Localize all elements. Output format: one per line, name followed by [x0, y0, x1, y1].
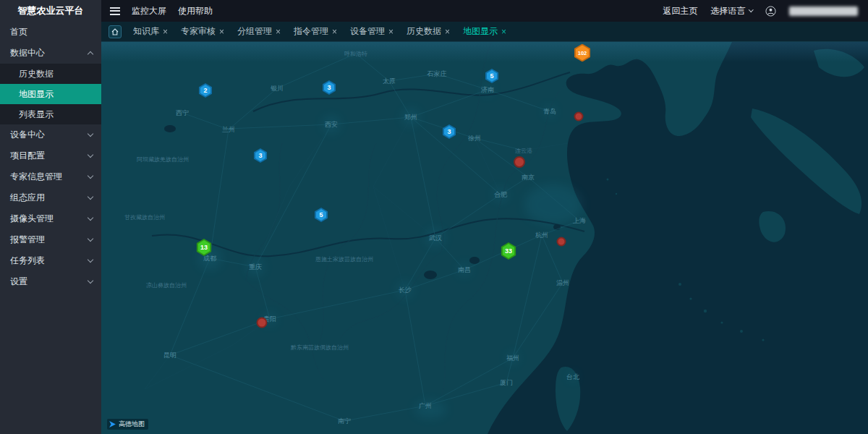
sidebar-item-label: 组态应用 [10, 192, 45, 204]
chevron-down-icon [88, 173, 93, 179]
chevron-down-icon [749, 7, 753, 12]
tab-label: 历史数据 [407, 25, 441, 38]
cluster-count-label: 3 [324, 82, 334, 93]
map-cluster-marker[interactable]: 3 [323, 80, 336, 95]
sidebar-item-0[interactable]: 首页 [0, 22, 101, 43]
tab-2[interactable]: 分组管理× [237, 25, 281, 38]
cluster-count-label: 102 [576, 46, 589, 61]
cluster-count-label: 5 [487, 70, 497, 82]
tab-close-icon[interactable]: × [445, 27, 450, 36]
map-cluster-marker[interactable]: 13 [197, 239, 212, 256]
map-cluster-marker[interactable]: 102 [574, 44, 590, 62]
sidebar-item-label: 首页 [10, 26, 27, 38]
sidebar-subitem-1-2[interactable]: 列表显示 [0, 104, 101, 124]
map-attribution: 高德地图 [107, 419, 148, 430]
map-cluster-marker[interactable]: 2 [199, 83, 212, 98]
sidebar-menu: 首页数据中心历史数据地图显示列表显示设备中心项目配置专家信息管理组态应用摄像头管… [0, 22, 101, 434]
top-link-0[interactable]: 监控大屏 [132, 5, 166, 17]
sidebar-item-label: 项目配置 [10, 150, 45, 162]
sidebar-item-4[interactable]: 专家信息管理 [0, 166, 101, 187]
tab-bar: 知识库×专家审核×分组管理×指令管理×设备管理×历史数据×地图显示× [101, 22, 868, 42]
sidebar-item-label: 专家信息管理 [10, 171, 62, 183]
map-cluster-marker[interactable]: 5 [315, 208, 328, 222]
sidebar-item-label: 设备中心 [10, 129, 45, 141]
app-root: 智慧农业云平台 首页数据中心历史数据地图显示列表显示设备中心项目配置专家信息管理… [0, 0, 868, 434]
chevron-down-icon [88, 194, 93, 200]
main-column: 监控大屏使用帮助 返回主页 选择语言 [101, 0, 868, 434]
map-cluster-marker[interactable]: 5 [485, 69, 498, 83]
sidebar-subitem-1-0[interactable]: 历史数据 [0, 64, 101, 84]
tab-close-icon[interactable]: × [501, 27, 506, 36]
map-cluster-marker[interactable]: 3 [443, 124, 456, 139]
map-container[interactable]: 呼和浩特银川太原石家庄济南青岛西宁兰州西安郑州徐州连云港南京合肥上海杭州武汉南昌… [101, 42, 868, 434]
tab-close-icon[interactable]: × [332, 27, 337, 36]
open-tabs: 知识库×专家审核×分组管理×指令管理×设备管理×历史数据×地图显示× [133, 25, 506, 38]
sidebar-item-2[interactable]: 设备中心 [0, 124, 101, 145]
sidebar-item-label: 摄像头管理 [10, 213, 54, 225]
sidebar-item-5[interactable]: 组态应用 [0, 187, 101, 208]
sidebar-item-label: 数据中心 [10, 47, 45, 59]
chevron-down-icon [88, 257, 93, 263]
home-tab[interactable] [109, 25, 122, 38]
sidebar-item-label: 报警管理 [10, 234, 45, 246]
sidebar-item-6[interactable]: 摄像头管理 [0, 208, 101, 229]
tab-close-icon[interactable]: × [388, 27, 393, 36]
amap-logo-icon [109, 420, 116, 428]
user-avatar-icon[interactable] [765, 6, 776, 17]
sidebar: 智慧农业云平台 首页数据中心历史数据地图显示列表显示设备中心项目配置专家信息管理… [0, 0, 101, 434]
sidebar-item-7[interactable]: 报警管理 [0, 229, 101, 250]
cluster-count-label: 3 [255, 150, 265, 161]
chevron-up-icon [88, 51, 93, 57]
cluster-count-label: 2 [200, 85, 210, 96]
tab-label: 地图显示 [463, 25, 498, 38]
top-link-1[interactable]: 使用帮助 [178, 5, 213, 17]
sidebar-item-8[interactable]: 任务列表 [0, 250, 101, 271]
tab-close-icon[interactable]: × [276, 27, 281, 36]
map-cluster-marker[interactable]: 33 [501, 242, 516, 260]
map-point-marker[interactable] [574, 112, 584, 122]
map-attribution-text: 高德地图 [119, 420, 145, 429]
tab-4[interactable]: 设备管理× [350, 25, 393, 38]
sidebar-subitem-1-1[interactable]: 地图显示 [0, 84, 101, 104]
collapse-sidebar-icon[interactable] [110, 7, 120, 15]
tab-1[interactable]: 专家审核× [181, 25, 224, 38]
app-title: 智慧农业云平台 [0, 0, 101, 22]
cluster-count-label: 5 [316, 209, 326, 221]
chevron-down-icon [88, 131, 93, 137]
tab-label: 指令管理 [294, 25, 328, 38]
chevron-down-icon [88, 278, 93, 284]
sidebar-item-label: 设置 [10, 276, 27, 288]
tab-close-icon[interactable]: × [163, 27, 168, 36]
chevron-down-icon [88, 152, 93, 158]
cluster-count-label: 3 [444, 126, 454, 137]
language-select-label: 选择语言 [711, 5, 746, 17]
sidebar-item-label: 任务列表 [10, 255, 45, 267]
tab-6[interactable]: 地图显示× [463, 25, 506, 38]
tab-3[interactable]: 指令管理× [294, 25, 337, 38]
sidebar-item-1[interactable]: 数据中心 [0, 43, 101, 64]
tab-label: 设备管理 [350, 25, 385, 38]
map-point-marker[interactable] [557, 237, 566, 247]
tab-0[interactable]: 知识库× [133, 25, 168, 38]
tab-label: 分组管理 [237, 25, 272, 38]
language-select[interactable]: 选择语言 [711, 5, 753, 17]
return-home-link[interactable]: 返回主页 [663, 5, 698, 17]
sidebar-item-3[interactable]: 项目配置 [0, 145, 101, 166]
top-bar: 监控大屏使用帮助 返回主页 选择语言 [101, 0, 868, 22]
map-marker-layer: 1025323351333 [101, 42, 868, 434]
top-links: 监控大屏使用帮助 [132, 5, 213, 17]
username-redacted [789, 7, 858, 16]
map-point-marker[interactable] [257, 318, 268, 328]
sidebar-item-9[interactable]: 设置 [0, 271, 101, 292]
home-icon [111, 28, 119, 35]
map-cluster-marker[interactable]: 3 [254, 148, 267, 163]
cluster-count-label: 33 [503, 244, 515, 258]
tab-label: 知识库 [133, 25, 159, 38]
tab-close-icon[interactable]: × [219, 27, 224, 36]
chevron-down-icon [88, 215, 93, 221]
top-right-group: 返回主页 选择语言 [663, 5, 859, 17]
tab-5[interactable]: 历史数据× [407, 25, 450, 38]
cluster-count-label: 13 [198, 240, 210, 255]
map-point-marker[interactable] [514, 156, 525, 168]
tab-label: 专家审核 [181, 25, 216, 38]
